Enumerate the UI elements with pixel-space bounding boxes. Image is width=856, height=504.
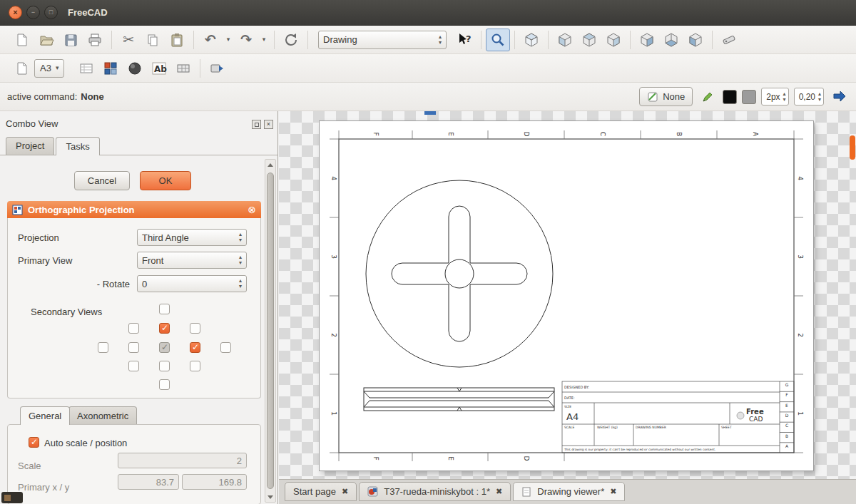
- zone-label: A: [752, 132, 759, 137]
- print-button[interactable]: [83, 29, 107, 51]
- redo-button[interactable]: ↷: [234, 29, 258, 51]
- undo-button[interactable]: ↶: [198, 29, 223, 51]
- new-document-button[interactable]: [10, 29, 34, 51]
- new-sheet-button[interactable]: [10, 57, 34, 80]
- zone-label: B: [785, 433, 788, 438]
- zone-label: D: [523, 132, 530, 137]
- tab-axonometric[interactable]: Axonometric: [68, 406, 137, 425]
- auto-scale-checkbox[interactable]: [29, 437, 39, 448]
- secondary-view-checkbox[interactable]: [220, 342, 231, 353]
- line-color-swatch[interactable]: [723, 90, 737, 104]
- copy-button[interactable]: [141, 29, 165, 51]
- auto-scale-label: Auto scale / position: [44, 438, 127, 448]
- secondary-view-checkbox[interactable]: [190, 323, 200, 334]
- secondary-view-checkbox[interactable]: [128, 323, 139, 334]
- window-minimize-button[interactable]: −: [26, 6, 40, 19]
- rotate-spinner[interactable]: 0 ▴▾: [137, 275, 247, 292]
- primary-view-select[interactable]: Front ▴▾: [137, 252, 247, 269]
- quick-measure-button[interactable]: [829, 87, 849, 106]
- secondary-view-checkbox[interactable]: [98, 342, 108, 353]
- secondary-view-checkbox[interactable]: [128, 361, 139, 371]
- tab-general[interactable]: General: [20, 406, 70, 425]
- panel-close-button[interactable]: ×: [264, 120, 273, 129]
- tab-document[interactable]: T37-rueda-miniskybot : 1* ✖: [359, 482, 511, 501]
- undo-dropdown[interactable]: ▾: [223, 29, 234, 51]
- export-page-button[interactable]: [205, 57, 229, 80]
- drawing-page[interactable]: F E D C B A F E D 4 3 2 1 4 3 2 1: [320, 121, 813, 470]
- section-close-icon[interactable]: ⊗: [248, 205, 256, 215]
- chevron-down-icon: ▾: [227, 36, 230, 43]
- cube-front-icon: [557, 32, 573, 48]
- hscroll-thumb[interactable]: [424, 111, 436, 115]
- primary-view-value: Front: [142, 255, 239, 266]
- window-maximize-button[interactable]: □: [44, 6, 58, 19]
- spinner-arrows-icon[interactable]: ▴▾: [818, 91, 821, 103]
- orthographic-projection-icon: [12, 205, 23, 215]
- secondary-view-checkbox[interactable]: [190, 361, 200, 371]
- workbench-selector[interactable]: Drawing ▴▾: [318, 31, 447, 49]
- tasks-scrollbar[interactable]: [265, 159, 276, 503]
- scroll-up-icon[interactable]: [265, 160, 275, 170]
- secondary-view-checkbox[interactable]: [128, 342, 139, 353]
- fit-all-button[interactable]: [486, 29, 510, 51]
- measure-button[interactable]: [717, 29, 741, 51]
- secondary-view-checkbox[interactable]: [159, 361, 170, 371]
- line-width-spinner[interactable]: 2px ▴▾: [761, 88, 788, 106]
- size-value: A4: [566, 411, 579, 422]
- tab-tasks[interactable]: Tasks: [56, 137, 99, 155]
- close-tab-icon[interactable]: ✖: [342, 487, 348, 496]
- cancel-button[interactable]: Cancel: [74, 171, 130, 190]
- draw-style-selector[interactable]: None: [639, 87, 693, 106]
- secondary-view-checkbox[interactable]: [190, 342, 200, 353]
- projection-select[interactable]: Third Angle ▴▾: [137, 229, 247, 246]
- close-tab-icon[interactable]: ✖: [610, 487, 616, 496]
- paste-button[interactable]: [165, 29, 189, 51]
- face-color-swatch[interactable]: [742, 90, 756, 104]
- view-right-button[interactable]: [601, 29, 626, 51]
- tab-start-page[interactable]: Start page ✖: [285, 482, 357, 501]
- refresh-button[interactable]: [279, 29, 303, 51]
- window-title: FreeCAD: [68, 7, 108, 18]
- panel-float-button[interactable]: [252, 120, 261, 129]
- view-axonometric-button[interactable]: [519, 29, 544, 51]
- toolbar-separator: [200, 59, 200, 78]
- primary-view-label: Primary View: [18, 255, 72, 266]
- paper-size-value: A3: [40, 63, 51, 73]
- scrollbar-handle[interactable]: [267, 173, 274, 489]
- point-size-spinner[interactable]: 0,20 ▴▾: [794, 88, 824, 106]
- view-front-button[interactable]: [553, 29, 577, 51]
- redo-dropdown[interactable]: ▾: [258, 29, 270, 51]
- whats-this-button[interactable]: ?: [452, 29, 477, 51]
- orthographic-views-button[interactable]: [98, 57, 123, 80]
- annotation-button[interactable]: Ab: [147, 57, 171, 80]
- secondary-view-checkbox[interactable]: [159, 304, 170, 314]
- secondary-view-checkbox[interactable]: [159, 379, 170, 390]
- open-document-button[interactable]: [34, 29, 58, 51]
- draft-view-button[interactable]: [123, 57, 147, 80]
- scroll-down-icon[interactable]: [265, 492, 275, 502]
- tab-drawing-viewer[interactable]: Drawing viewer* ✖: [513, 482, 625, 501]
- combo-arrows-icon: ▴▾: [439, 34, 442, 46]
- ok-button[interactable]: OK: [140, 171, 191, 190]
- clip-group-button[interactable]: [171, 57, 195, 80]
- vscroll-thumb[interactable]: [850, 135, 855, 160]
- cut-button[interactable]: ✂: [116, 29, 141, 51]
- draw-style-icon: [647, 91, 658, 103]
- zone-label: 2: [330, 333, 337, 337]
- view-left-button[interactable]: [683, 29, 708, 51]
- view-rear-button[interactable]: [635, 29, 659, 51]
- tab-project[interactable]: Project: [6, 137, 54, 155]
- close-tab-icon[interactable]: ✖: [496, 487, 502, 496]
- secondary-view-checkbox[interactable]: [159, 323, 170, 334]
- edit-style-button[interactable]: [698, 87, 718, 106]
- window-close-button[interactable]: ×: [9, 6, 22, 19]
- spinner-arrows-icon[interactable]: ▴▾: [783, 91, 786, 103]
- view-bottom-button[interactable]: [659, 29, 683, 51]
- save-button[interactable]: [58, 29, 83, 51]
- view-top-button[interactable]: [577, 29, 601, 51]
- paper-size-selector[interactable]: A3 ▾: [34, 59, 64, 78]
- landscape-page-button[interactable]: [74, 57, 98, 80]
- orthographic-projection-header[interactable]: Orthographic Projection ⊗: [7, 201, 261, 218]
- combo-view-tabs: Project Tasks: [0, 135, 277, 155]
- drawing-viewport[interactable]: F E D C B A F E D 4 3 2 1 4 3 2 1: [279, 111, 856, 479]
